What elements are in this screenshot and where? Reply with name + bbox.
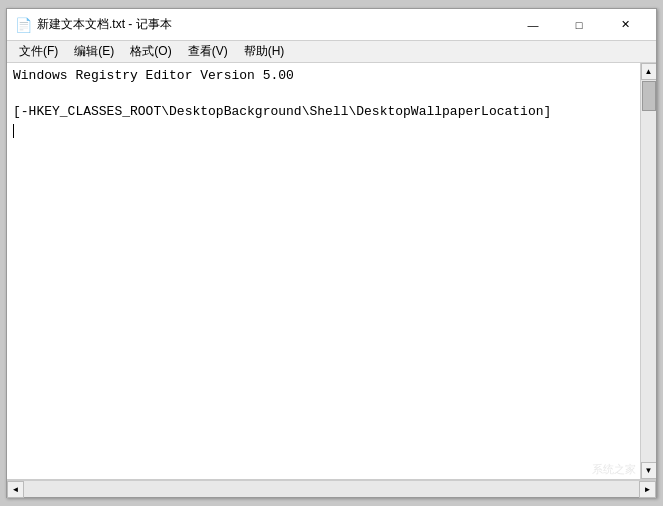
menu-bar: 文件(F) 编辑(E) 格式(O) 查看(V) 帮助(H) bbox=[7, 41, 656, 63]
vertical-scrollbar[interactable]: ▲ ▼ bbox=[640, 63, 656, 479]
text-editor[interactable]: Windows Registry Editor Version 5.00 [-H… bbox=[7, 63, 640, 479]
maximize-button[interactable]: □ bbox=[556, 9, 602, 41]
notepad-window: 📄 新建文本文档.txt - 记事本 — □ ✕ 文件(F) 编辑(E) 格式(… bbox=[6, 8, 657, 498]
menu-help[interactable]: 帮助(H) bbox=[236, 41, 293, 62]
menu-format[interactable]: 格式(O) bbox=[122, 41, 179, 62]
scroll-down-button[interactable]: ▼ bbox=[641, 462, 657, 479]
editor-area: Windows Registry Editor Version 5.00 [-H… bbox=[7, 63, 656, 479]
menu-file[interactable]: 文件(F) bbox=[11, 41, 66, 62]
menu-edit[interactable]: 编辑(E) bbox=[66, 41, 122, 62]
scroll-track-x bbox=[24, 481, 639, 497]
title-bar-left: 📄 新建文本文档.txt - 记事本 bbox=[15, 16, 172, 33]
bottom-bar: ◄ ► 系统之家 bbox=[7, 479, 656, 497]
close-button[interactable]: ✕ bbox=[602, 9, 648, 41]
scroll-right-button[interactable]: ► bbox=[639, 481, 656, 498]
scroll-up-button[interactable]: ▲ bbox=[641, 63, 657, 80]
window-controls: — □ ✕ bbox=[510, 9, 648, 41]
menu-view[interactable]: 查看(V) bbox=[180, 41, 236, 62]
app-icon: 📄 bbox=[15, 17, 31, 33]
title-bar: 📄 新建文本文档.txt - 记事本 — □ ✕ bbox=[7, 9, 656, 41]
window-title: 新建文本文档.txt - 记事本 bbox=[37, 16, 172, 33]
scroll-track-y bbox=[641, 80, 656, 462]
scroll-thumb-y[interactable] bbox=[642, 81, 656, 111]
minimize-button[interactable]: — bbox=[510, 9, 556, 41]
scroll-left-button[interactable]: ◄ bbox=[7, 481, 24, 498]
horizontal-scrollbar[interactable]: ◄ ► bbox=[7, 480, 656, 497]
